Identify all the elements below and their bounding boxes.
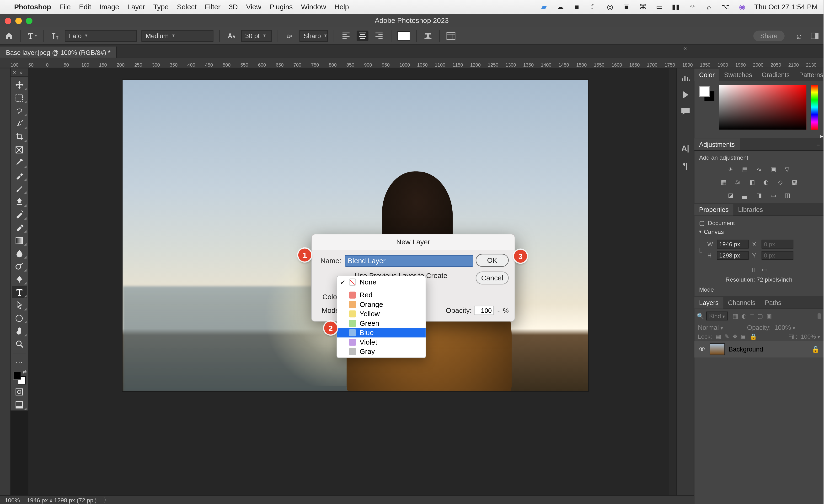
lock-position-icon[interactable]: ✥ (732, 333, 737, 340)
dodge-tool[interactable] (11, 260, 27, 272)
menubar-icon-box[interactable]: ▣ (622, 3, 630, 11)
tab-channels[interactable]: Channels (723, 297, 760, 308)
dropdown-item-gray[interactable]: Gray (337, 347, 426, 356)
layer-visibility-icon[interactable]: 👁 (698, 346, 706, 353)
tools-expand-icon[interactable]: » (20, 69, 22, 75)
font-weight-select[interactable]: Medium▾ (141, 30, 213, 41)
font-family-select[interactable]: Lato▾ (65, 30, 137, 41)
dropdown-item-violet[interactable]: Violet (337, 338, 426, 347)
menubar-bluetooth-icon[interactable]: ⌘ (639, 3, 647, 11)
menu-view[interactable]: View (246, 3, 261, 11)
lock-all-icon[interactable]: 🔒 (750, 333, 757, 340)
adj-vibrance-icon[interactable]: ▽ (783, 164, 792, 174)
text-color-swatch[interactable] (397, 31, 410, 40)
dropdown-item-green[interactable]: Green (337, 319, 426, 328)
status-info-menu-icon[interactable]: 〉 (104, 496, 110, 504)
crop-tool[interactable] (11, 131, 27, 142)
gradient-tool[interactable] (11, 234, 27, 246)
canvas-scrollbar[interactable] (669, 68, 676, 504)
share-button[interactable]: Share (753, 30, 785, 41)
eyedropper-tool[interactable] (11, 156, 27, 168)
filter-shape-icon[interactable]: ▢ (757, 313, 762, 319)
color-field[interactable] (719, 85, 806, 130)
zoom-tool[interactable] (11, 338, 27, 350)
menubar-spotlight-icon[interactable]: ⌕ (705, 3, 713, 11)
clone-stamp-tool[interactable] (11, 196, 27, 207)
adj-colorlookup-icon[interactable]: ▩ (790, 177, 799, 186)
height-input[interactable] (717, 251, 748, 260)
strip-icon-character[interactable]: A| (682, 144, 689, 152)
filter-type-icon[interactable]: T (750, 313, 754, 319)
menubar-icon-cloud[interactable]: ☁ (556, 3, 564, 11)
strip-icon-play[interactable] (682, 91, 689, 99)
healing-brush-tool[interactable] (11, 170, 27, 181)
layers-panel-menu-icon[interactable]: ≡ (813, 297, 824, 308)
antialias-select[interactable]: Sharp▾ (300, 30, 328, 41)
quick-mask-button[interactable] (11, 386, 27, 398)
layer-opacity-value[interactable]: 100% ▾ (774, 324, 820, 331)
filter-pixel-icon[interactable]: ▦ (732, 313, 738, 319)
character-panel-icon[interactable] (446, 30, 456, 41)
menu-select[interactable]: Select (177, 3, 197, 11)
dropdown-item-red[interactable]: Red (337, 290, 426, 300)
tab-layers[interactable]: Layers (694, 297, 723, 308)
tab-gradients[interactable]: Gradients (757, 69, 794, 81)
home-icon[interactable] (4, 30, 14, 41)
document-info[interactable]: 1946 px x 1298 px (72 ppi) (27, 497, 97, 504)
tab-color[interactable]: Color (694, 69, 719, 81)
tab-paths[interactable]: Paths (760, 297, 786, 308)
canvas-section-label[interactable]: Canvas (704, 229, 724, 235)
text-orientation-icon[interactable] (49, 30, 60, 41)
panel-collapse-icon[interactable]: « (683, 45, 687, 51)
hue-slider[interactable] (811, 85, 818, 130)
filter-adjust-icon[interactable]: ◐ (741, 313, 747, 319)
menu-filter[interactable]: Filter (205, 3, 221, 11)
dropdown-item-orange[interactable]: Orange (337, 300, 426, 309)
menubar-icon-1[interactable]: ▰ (540, 3, 548, 11)
frame-tool[interactable] (11, 144, 27, 155)
color-panel-fgbg[interactable] (699, 86, 714, 101)
fill-value[interactable]: 100% ▾ (801, 333, 820, 340)
properties-panel-menu-icon[interactable]: ≡ (813, 204, 824, 216)
marquee-tool[interactable] (11, 92, 27, 104)
move-tool[interactable] (11, 79, 27, 91)
app-menu-photoshop[interactable]: Photoshop (14, 3, 51, 11)
history-brush-tool[interactable] (11, 209, 27, 220)
adj-posterize-icon[interactable]: ▃ (740, 190, 749, 200)
strip-icon-comment[interactable] (681, 107, 690, 116)
align-left-button[interactable] (340, 30, 352, 41)
link-wh-icon[interactable]: ⌷ (699, 247, 703, 253)
zoom-level[interactable]: 100% (5, 497, 20, 504)
layer-lock-icon[interactable]: 🔒 (812, 345, 820, 353)
edit-toolbar-button[interactable]: ⋯ (11, 356, 27, 368)
lock-transparency-icon[interactable]: ▦ (716, 333, 721, 340)
layer-name[interactable]: Background (728, 346, 763, 353)
search-icon[interactable]: ⌕ (794, 30, 804, 41)
tool-preset-type-icon[interactable]: ▾ (26, 30, 37, 41)
layer-name-input[interactable] (345, 255, 474, 267)
foreground-color-swatch[interactable] (13, 372, 21, 380)
warp-text-icon[interactable] (423, 30, 433, 41)
menubar-control-center-icon[interactable]: ⌥ (721, 3, 730, 11)
foreground-background-colors[interactable]: ⇄ (13, 372, 25, 384)
menu-window[interactable]: Window (301, 3, 326, 11)
strip-icon-paragraph[interactable]: ¶ (683, 161, 688, 171)
adj-threshold-icon[interactable]: ◨ (754, 190, 763, 200)
adjustments-panel-menu-icon[interactable]: ≡ (813, 139, 824, 150)
filter-toggle[interactable] (818, 313, 821, 319)
menubar-icon-rings[interactable]: ◎ (606, 3, 614, 11)
tab-adjustments[interactable]: Adjustments (694, 138, 739, 150)
tab-properties[interactable]: Properties (694, 204, 733, 216)
menubar-icon-camera[interactable]: ■ (573, 3, 581, 11)
menu-edit[interactable]: Edit (79, 3, 91, 11)
layer-filter-kind[interactable]: Kind ▾ (706, 312, 728, 321)
strip-icon-histogram[interactable] (681, 74, 690, 83)
width-input[interactable] (717, 240, 748, 248)
menu-file[interactable]: File (59, 3, 71, 11)
adj-hue-icon[interactable]: ▦ (719, 177, 728, 186)
align-center-button[interactable] (356, 30, 368, 41)
brush-tool[interactable] (11, 182, 27, 194)
type-tool[interactable] (11, 286, 27, 298)
menu-image[interactable]: Image (99, 3, 119, 11)
orientation-landscape-icon[interactable]: ▭ (760, 264, 769, 274)
